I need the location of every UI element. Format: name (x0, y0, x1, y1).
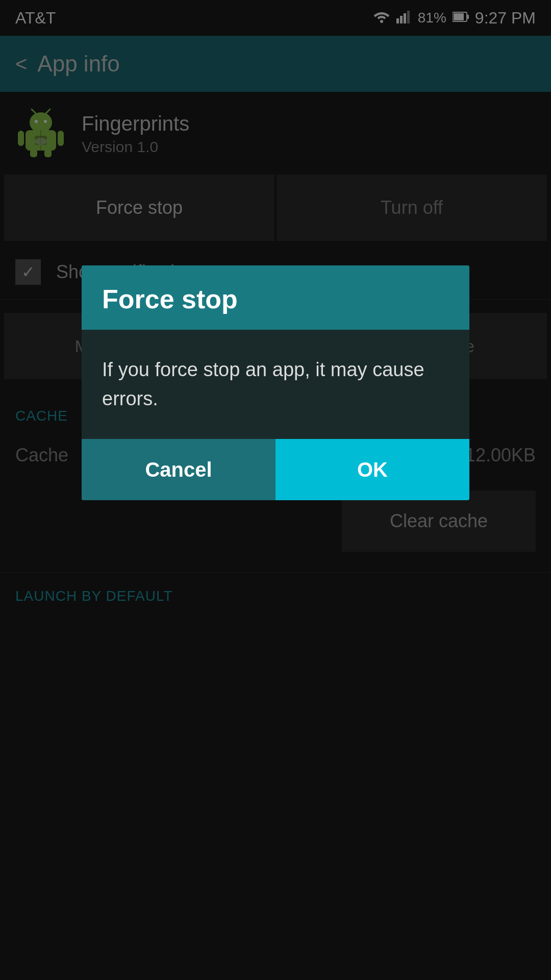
dialog-title-bar: Force stop (82, 265, 469, 330)
dialog-title: Force stop (102, 284, 238, 314)
force-stop-dialog: Force stop If you force stop an app, it … (82, 265, 469, 500)
dialog-overlay: Force stop If you force stop an app, it … (0, 0, 551, 980)
dialog-message: If you force stop an app, it may cause e… (102, 355, 449, 413)
dialog-body: If you force stop an app, it may cause e… (82, 330, 469, 439)
dialog-ok-button[interactable]: OK (276, 439, 469, 500)
dialog-cancel-button[interactable]: Cancel (82, 439, 276, 500)
dialog-buttons: Cancel OK (82, 439, 469, 500)
